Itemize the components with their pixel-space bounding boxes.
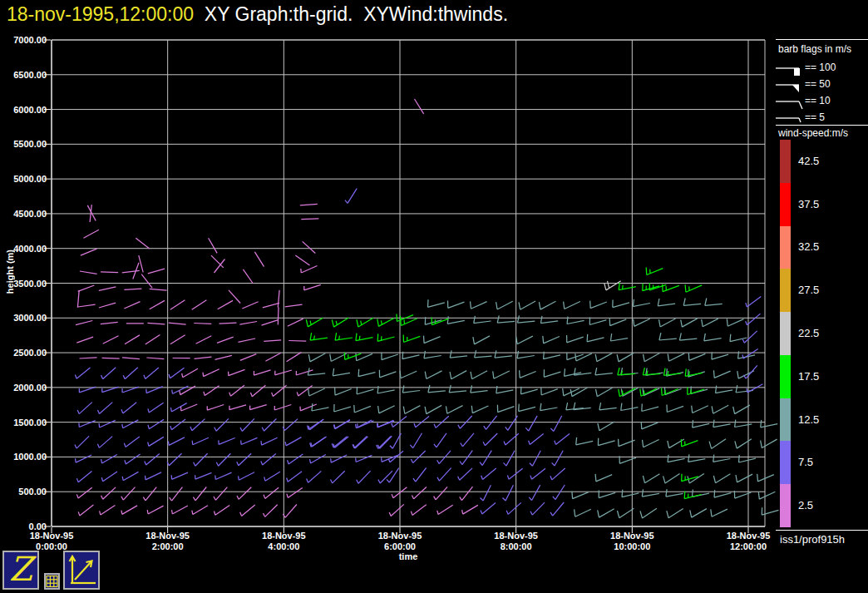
y-tick-label: 500.00 bbox=[2, 487, 47, 497]
barb-flag-icon-pennant bbox=[775, 76, 805, 94]
x-tick-label: 18-Nov-954:00:00 bbox=[242, 531, 325, 552]
y-tick-label: 2000.00 bbox=[2, 383, 47, 393]
x-tick-label: 18-Nov-952:00:00 bbox=[126, 531, 210, 552]
colorbar-label: 17.5 bbox=[798, 370, 819, 383]
colorbar-segment bbox=[780, 269, 791, 312]
svg-text:Z: Z bbox=[9, 552, 37, 588]
z-logo-icon: Z bbox=[4, 552, 37, 588]
legend-panel: barb flags in m/s == 100== 50== 10== 5 w… bbox=[773, 0, 868, 593]
y-tick-label: 7000.00 bbox=[2, 35, 47, 45]
y-tick-label: 4500.00 bbox=[2, 209, 47, 219]
legend-divider bbox=[776, 530, 868, 531]
legend-divider bbox=[776, 39, 868, 40]
colorbar-label: 12.5 bbox=[798, 413, 819, 426]
wind-barb-chart bbox=[0, 0, 868, 593]
colorbar-label: 22.5 bbox=[798, 327, 819, 339]
y-tick-label: 1500.00 bbox=[2, 418, 47, 427]
y-tick-label: 1000.00 bbox=[2, 452, 47, 462]
y-tick-label: 6000.00 bbox=[2, 105, 47, 115]
colorbar-label: 27.5 bbox=[798, 284, 819, 296]
zeb-logo-button[interactable]: Z bbox=[2, 551, 39, 590]
y-tick-label: 4000.00 bbox=[2, 244, 47, 254]
barb-flag-row: == 50 bbox=[775, 76, 866, 94]
y-tick-label: 2500.00 bbox=[2, 348, 47, 358]
barb-flag-label: == 5 bbox=[805, 111, 825, 123]
barb-flag-label: == 100 bbox=[805, 62, 836, 73]
xy-plot-tool-button[interactable] bbox=[63, 551, 100, 590]
y-tick-label: 5000.00 bbox=[2, 174, 47, 184]
x-tick-label: 18-Nov-958:00:00 bbox=[475, 531, 558, 552]
barb-flag-row: == 10 bbox=[775, 92, 866, 111]
colorbar-segment bbox=[780, 312, 791, 355]
grid-tool-button[interactable] bbox=[44, 573, 60, 590]
colorbar-label: 32.5 bbox=[798, 240, 819, 253]
colorbar-segment bbox=[780, 355, 791, 398]
x-axis-title: time bbox=[371, 551, 446, 561]
y-tick-label: 5500.00 bbox=[2, 139, 47, 149]
y-tick-label: 3500.00 bbox=[2, 279, 47, 289]
barb-flag-icon-square bbox=[775, 59, 805, 77]
colorbar-segment bbox=[780, 226, 791, 269]
barb-flag-icon-full bbox=[775, 92, 805, 111]
grid-icon bbox=[46, 575, 58, 588]
barb-flag-label: == 50 bbox=[805, 78, 831, 90]
colorbar-segment bbox=[780, 484, 791, 527]
colorbar-label: 2.5 bbox=[798, 499, 813, 511]
y-tick-label: 3000.00 bbox=[2, 313, 47, 323]
barb-flag-label: == 10 bbox=[805, 95, 831, 106]
colorbar-label: 42.5 bbox=[798, 155, 819, 167]
barb-flag-row: == 100 bbox=[775, 59, 866, 77]
xy-plot-icon bbox=[65, 552, 98, 588]
colorbar-segment bbox=[780, 441, 791, 484]
colorbar-label: 7.5 bbox=[798, 456, 813, 468]
barb-legend-title: barb flags in m/s bbox=[778, 43, 851, 55]
colorbar-segment bbox=[780, 398, 791, 442]
x-tick-label: 18-Nov-956:00:00 bbox=[358, 531, 441, 552]
x-tick-label: 18-Nov-9510:00:00 bbox=[590, 531, 673, 552]
app-window: { "header": { "date_part": "18-nov-1995,… bbox=[0, 0, 868, 593]
source-label: iss1/prof915h bbox=[780, 533, 845, 546]
colorbar-segment bbox=[780, 183, 791, 226]
colorbar-segment bbox=[780, 140, 791, 183]
x-tick-label: 18-Nov-950:00:00 bbox=[10, 531, 93, 552]
y-tick-label: 6500.00 bbox=[2, 70, 47, 80]
colorbar-label: 37.5 bbox=[798, 198, 819, 210]
legend-divider bbox=[776, 125, 868, 126]
speed-scale-title: wind-speed:m/s bbox=[778, 127, 848, 139]
